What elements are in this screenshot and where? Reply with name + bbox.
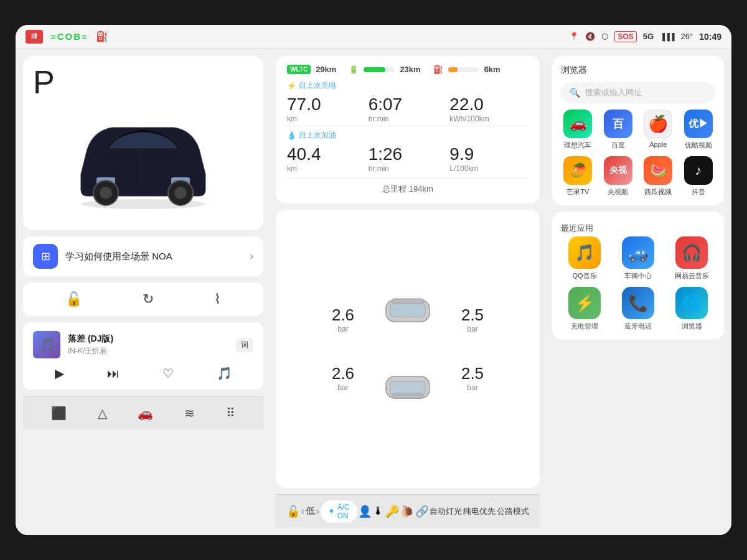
nav-menu-icon[interactable]: ≋ — [178, 402, 201, 424]
lock-icon[interactable]: 🔓 — [286, 505, 300, 518]
signal-label: 5G — [643, 32, 654, 41]
pure-elec-label[interactable]: 纯电优先 — [463, 506, 496, 517]
douyin-icon: ♪ — [684, 156, 713, 185]
recent-apps-card: 最近应用 🎵 QQ音乐 🚙 车辆中心 🎧 网易云音乐 — [552, 212, 724, 340]
bottom-controls: 🔓 ‹ 低 › ✦ A/CON 👤 🌡 🔑 🐌 🔗 自动灯光 纯电优先 公路模式 — [276, 494, 540, 528]
music-controls: ▶ ⏭ ♡ 🎵 — [33, 366, 253, 381]
app-apple[interactable]: 🍎 Apple — [641, 110, 675, 150]
nav-car-icon[interactable]: 🚗 — [131, 402, 159, 424]
tire-pressure-card: 2.6 bar — [276, 210, 540, 488]
follow-ctrl-icon[interactable]: ↻ — [143, 291, 154, 307]
fuel-range: ⛽ 6km — [433, 65, 500, 74]
browser-card: 浏览器 🔍 搜索或输入网址 🚗 理想汽车 百 百度 — [552, 56, 724, 205]
tire-front-left: 2.6 bar — [321, 306, 365, 334]
music-artist: IN-K/王忻辰 — [68, 346, 228, 357]
electric-label: ⚡ 自上次充电 — [287, 80, 529, 91]
connect-ctrl-icon[interactable]: ⌇ — [214, 291, 221, 307]
youku-icon: 优▶ — [684, 110, 713, 138]
signal-bars: ▐▐▐ — [660, 33, 674, 40]
sos-label[interactable]: SOS — [614, 31, 636, 42]
main-content: P — [16, 49, 731, 535]
svg-rect-10 — [390, 303, 425, 317]
noa-text: 学习如何使用全场景 NOA — [65, 251, 243, 263]
electric-stats: ⚡ 自上次充电 77.0 km 6:07 hr:min 22. — [287, 80, 529, 123]
mango-icon: 🥭 — [563, 156, 592, 185]
recent-qq-music[interactable]: 🎵 QQ音乐 — [561, 236, 608, 281]
tire-rear-left: 2.6 bar — [321, 364, 365, 392]
nav-grid-icon[interactable]: ⠿ — [220, 402, 242, 424]
like-button[interactable]: ♡ — [162, 366, 174, 381]
link-icon[interactable]: 🔗 — [415, 505, 429, 518]
lyrics-button[interactable]: 词 — [236, 338, 253, 352]
clock: 10:49 — [699, 32, 721, 42]
cctv-icon: 央视 — [604, 156, 632, 185]
car-center-label: 车辆中心 — [624, 271, 652, 281]
total-mileage: 总里程 194km — [287, 178, 529, 195]
search-icon: 🔍 — [570, 88, 580, 98]
next-arrow[interactable]: › — [316, 506, 319, 517]
key-icon[interactable]: 🔑 — [385, 505, 399, 518]
apple-icon: 🍎 — [644, 110, 672, 138]
bt-phone-label: 蓝牙电话 — [624, 322, 652, 331]
fuel-consumption: 9.9 L/100km — [449, 146, 529, 173]
ac-fan-icon: ✦ — [328, 506, 335, 516]
bt-phone-icon: 📞 — [622, 287, 654, 319]
recent-apps-title: 最近应用 — [561, 220, 715, 236]
bottom-nav: ⬛ △ 🚗 ≋ ⠿ — [23, 396, 263, 429]
noa-banner[interactable]: ⊞ 学习如何使用全场景 NOA › — [23, 236, 263, 276]
status-bar: 理 ≡COB≡ ⛽ 📍 🔇 ⬡ SOS 5G ▐▐▐ 26° 10:49 — [16, 25, 731, 49]
svg-point-4 — [100, 187, 112, 199]
fuel-label: 💧 自上次加油 — [287, 130, 529, 141]
range-row: WLTC 29km 🔋 23km ⛽ 6km — [287, 65, 529, 74]
location-icon: 📍 — [569, 32, 579, 41]
nav-screen-icon[interactable]: ⬛ — [45, 402, 73, 424]
play-button[interactable]: ▶ — [55, 366, 64, 381]
fuel-stats: 💧 自上次加油 40.4 km 1:26 hr:min 9. — [287, 130, 529, 173]
lock-ctrl-icon[interactable]: 🔓 — [65, 291, 82, 307]
car-center-icon: 🚙 — [622, 236, 654, 269]
music-app-icon[interactable]: 🎵 — [217, 366, 232, 381]
app-lixiang[interactable]: 🚗 理想汽车 — [561, 110, 595, 150]
netease-label: 网易云音乐 — [675, 271, 709, 281]
noa-icon: ⊞ — [33, 244, 58, 269]
xigua-label: 西瓜视频 — [644, 187, 672, 197]
app-mango[interactable]: 🥭 芒果TV — [561, 156, 595, 197]
passenger-icon[interactable]: 👤 — [358, 505, 372, 518]
gear-indicator: P — [33, 66, 55, 98]
browser-icon: 🌐 — [675, 287, 708, 319]
recent-charge[interactable]: ⚡ 充电管理 — [561, 287, 608, 331]
speed-icon[interactable]: 🐌 — [400, 505, 414, 518]
noa-arrow: › — [250, 251, 253, 262]
speed-indicator: ≡COB≡ — [50, 31, 88, 42]
electric-time: 6:07 hr:min — [369, 96, 448, 123]
next-button[interactable]: ⏭ — [107, 366, 120, 381]
recent-car-center[interactable]: 🚙 车辆中心 — [614, 236, 662, 281]
recent-browser[interactable]: 🌐 浏览器 — [668, 287, 715, 331]
nav-home-icon[interactable]: △ — [92, 402, 113, 424]
app-baidu[interactable]: 百 百度 — [601, 110, 636, 150]
recent-netease[interactable]: 🎧 网易云音乐 — [668, 236, 715, 281]
ac-button[interactable]: ✦ A/CON — [321, 500, 357, 523]
prev-arrow[interactable]: ‹ — [301, 506, 304, 517]
apple-label: Apple — [649, 141, 667, 148]
bluetooth-icon: ⬡ — [601, 32, 608, 41]
music-details: 落差 (DJ版) IN-K/王忻辰 — [68, 334, 228, 357]
music-info: 🎵 落差 (DJ版) IN-K/王忻辰 词 — [33, 331, 253, 358]
recent-bluetooth[interactable]: 📞 蓝牙电话 — [614, 287, 662, 331]
climate-icon[interactable]: 🌡 — [373, 505, 384, 518]
wltc-value: 29km — [316, 65, 336, 74]
app-xigua[interactable]: 🍉 西瓜视频 — [641, 156, 675, 197]
cctv-label: 央视频 — [608, 187, 628, 197]
car-image — [33, 103, 253, 220]
road-mode-label[interactable]: 公路模式 — [497, 506, 529, 517]
ev-icon: 🔋 — [349, 65, 359, 74]
right-panel: 浏览器 🔍 搜索或输入网址 🚗 理想汽车 百 百度 — [545, 49, 731, 535]
auto-lights-label[interactable]: 自动灯光 — [430, 506, 462, 517]
temperature: 26° — [681, 32, 693, 41]
app-cctv[interactable]: 央视 央视频 — [601, 156, 636, 197]
search-bar[interactable]: 🔍 搜索或输入网址 — [561, 82, 715, 103]
app-douyin[interactable]: ♪ 抖音 — [682, 156, 716, 197]
lixiang-label: 理想汽车 — [564, 141, 591, 150]
main-screen: 理 ≡COB≡ ⛽ 📍 🔇 ⬡ SOS 5G ▐▐▐ 26° 10:49 P — [16, 25, 731, 535]
app-youku[interactable]: 优▶ 优酷视频 — [682, 110, 716, 150]
